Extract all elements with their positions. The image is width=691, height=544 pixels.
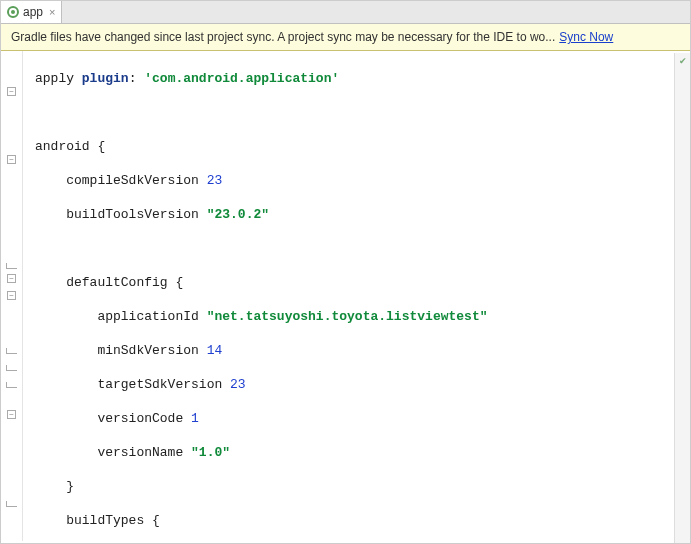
fold-toggle-icon[interactable]: [7, 410, 16, 419]
vertical-scrollbar[interactable]: ✔: [674, 53, 690, 543]
tab-label: app: [23, 5, 43, 19]
code-text: buildTypes {: [35, 513, 160, 528]
fold-toggle-icon[interactable]: [7, 155, 16, 164]
code-text: versionCode: [35, 411, 191, 426]
tab-app[interactable]: app ×: [1, 1, 62, 23]
code-text: compileSdkVersion: [35, 173, 207, 188]
code-area[interactable]: apply plugin: 'com.android.application' …: [23, 51, 690, 541]
number: 23: [230, 377, 246, 392]
fold-toggle-icon[interactable]: [7, 291, 16, 300]
gradle-file-icon: [7, 6, 19, 18]
fold-end-icon: [6, 365, 17, 371]
fold-end-icon: [6, 382, 17, 388]
close-icon[interactable]: ×: [49, 6, 55, 18]
number: 1: [191, 411, 199, 426]
fold-end-icon: [6, 263, 17, 269]
fold-end-icon: [6, 348, 17, 354]
code-text: targetSdkVersion: [35, 377, 230, 392]
string: "1.0": [191, 445, 230, 460]
string: 'com.android.application': [144, 71, 339, 86]
code-text: :: [129, 71, 145, 86]
code-text: }: [35, 479, 74, 494]
code-text: minSdkVersion: [35, 343, 207, 358]
code-text: versionName: [35, 445, 191, 460]
keyword: plugin: [82, 71, 129, 86]
tab-bar: app ×: [1, 1, 690, 24]
string: "net.tatsuyoshi.toyota.listviewtest": [207, 309, 488, 324]
code-text: buildToolsVersion: [35, 207, 207, 222]
fold-end-icon: [6, 501, 17, 507]
sync-notification-bar: Gradle files have changed since last pro…: [1, 24, 690, 51]
sync-now-link[interactable]: Sync Now: [559, 30, 613, 44]
code-text: applicationId: [35, 309, 207, 324]
code-text: android {: [35, 139, 105, 154]
scroll-marker-icon: ✔: [676, 54, 690, 68]
code-text: defaultConfig {: [35, 275, 183, 290]
notification-text: Gradle files have changed since last pro…: [11, 30, 555, 44]
string: "23.0.2": [207, 207, 269, 222]
fold-toggle-icon[interactable]: [7, 274, 16, 283]
number: 23: [207, 173, 223, 188]
editor[interactable]: apply plugin: 'com.android.application' …: [1, 51, 690, 541]
number: 14: [207, 343, 223, 358]
gutter[interactable]: [1, 51, 23, 541]
code-text: apply: [35, 71, 82, 86]
fold-toggle-icon[interactable]: [7, 87, 16, 96]
